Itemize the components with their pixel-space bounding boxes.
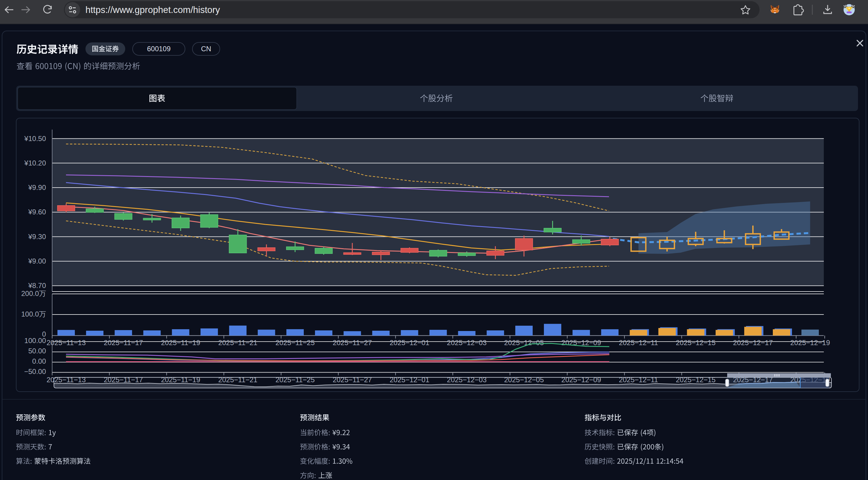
svg-text:2025−12−05: 2025−12−05 [504,339,544,347]
svg-text:¥9.00: ¥9.00 [28,257,46,265]
svg-text:¥8.70: ¥8.70 [28,282,46,289]
svg-text:2025−12−19: 2025−12−19 [790,339,830,347]
svg-text:¥10.20: ¥10.20 [24,159,46,167]
svg-text:CN: CN [201,45,211,53]
svg-text:2025−11−13: 2025−11−13 [46,339,86,347]
svg-text:2025−12−17: 2025−12−17 [733,339,773,347]
svg-text:100.0万: 100.0万 [21,310,46,318]
svg-text:2025−11−19: 2025−11−19 [161,339,200,347]
svg-text:¥10.50: ¥10.50 [24,135,46,142]
svg-text:2025−11−17: 2025−11−17 [104,376,143,384]
svg-text:2025−11−19: 2025−11−19 [161,376,200,384]
svg-text:2025−12−05: 2025−12−05 [504,376,544,384]
svg-text:2025−12−03: 2025−12−03 [447,376,487,384]
svg-text:2025−11−27: 2025−11−27 [333,339,372,347]
svg-text:2025−11−25: 2025−11−25 [276,376,315,384]
svg-text:50.00: 50.00 [28,347,46,355]
svg-text:2025−12−15: 2025−12−15 [676,376,716,384]
svg-text:¥9.60: ¥9.60 [28,208,46,216]
svg-text:2025−12−11: 2025−12−11 [619,376,658,384]
svg-text:2025−11−21: 2025−11−21 [218,376,257,384]
svg-text:¥9.90: ¥9.90 [28,184,46,191]
svg-text:2025−12−01: 2025−12−01 [390,376,429,384]
svg-text:2025−11−13: 2025−11−13 [46,376,86,384]
svg-text:¥9.30: ¥9.30 [28,233,46,241]
svg-text:−50.00: −50.00 [24,367,46,376]
svg-text:2025−12−11: 2025−12−11 [619,339,658,347]
svg-text:200.0万: 200.0万 [21,289,46,297]
svg-text:2025−11−17: 2025−11−17 [104,339,143,347]
svg-text:2025−11−25: 2025−11−25 [276,339,315,347]
svg-text:2025−12−09: 2025−12−09 [561,376,601,384]
svg-text:2025−12−01: 2025−12−01 [390,339,429,347]
svg-text:100.00: 100.00 [25,337,46,345]
svg-text:2025−11−21: 2025−11−21 [218,339,257,347]
svg-text:0.00: 0.00 [32,357,46,365]
svg-text:2025−12−03: 2025−12−03 [447,339,487,347]
svg-text:2025−12−15: 2025−12−15 [676,339,716,347]
svg-text:2025−11−27: 2025−11−27 [333,376,372,384]
svg-text:600109: 600109 [147,45,170,53]
